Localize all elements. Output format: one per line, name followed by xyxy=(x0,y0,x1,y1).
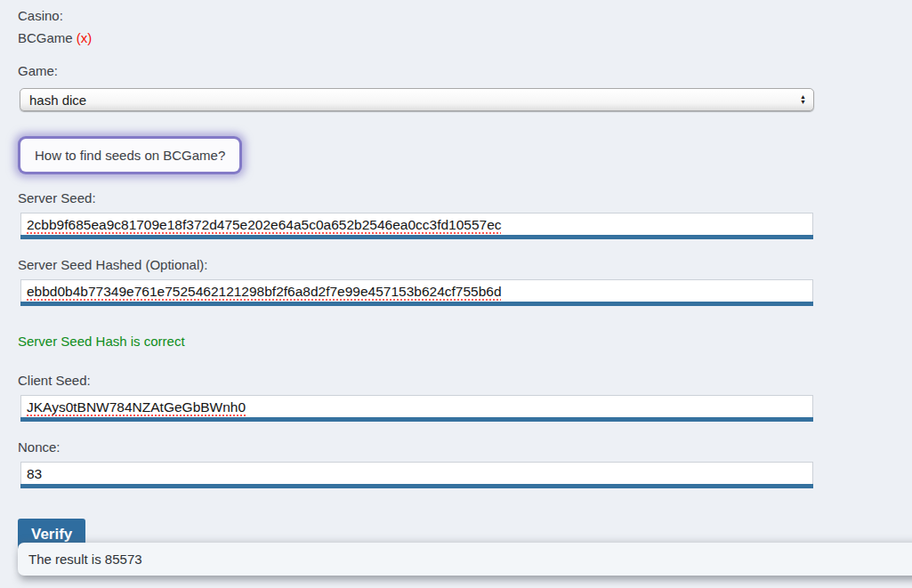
server-seed-hashed-input[interactable]: ebbd0b4b77349e761e7525462121298bf2f6a8d2… xyxy=(20,279,813,302)
hash-status-message: Server Seed Hash is correct xyxy=(18,334,912,349)
game-label: Game: xyxy=(18,62,912,80)
server-seed-hashed-label: Server Seed Hashed (Optional): xyxy=(18,256,912,274)
client-seed-label: Client Seed: xyxy=(18,372,912,390)
client-seed-input[interactable]: JKAys0tBNW784NZAtGeGbBWnh0 xyxy=(20,395,813,417)
casino-value-line: BCGame(x) xyxy=(18,29,912,47)
result-text: The result is 85573 xyxy=(28,552,142,567)
server-seed-hashed-input-underline xyxy=(20,302,813,306)
arrow-down-icon: ▼ xyxy=(800,100,806,105)
how-to-find-seeds-button[interactable]: How to find seeds on BCGame? xyxy=(20,139,239,172)
verifier-form: Casino: BCGame(x) Game: hash dice ▲ ▼ Ho… xyxy=(0,0,912,552)
server-seed-input-underline xyxy=(20,235,813,239)
game-select-value: hash dice xyxy=(29,93,86,108)
server-seed-value: 2cbb9f685ea9c81709e18f372d475e202e64a5c0… xyxy=(27,217,502,232)
nonce-value: 83 xyxy=(27,466,42,481)
nonce-input-underline xyxy=(20,484,813,488)
client-seed-value: JKAys0tBNW784NZAtGeGbBWnh0 xyxy=(27,399,246,415)
remove-casino-link[interactable]: (x) xyxy=(77,30,93,45)
casino-name: BCGame xyxy=(18,30,73,45)
nonce-label: Nonce: xyxy=(18,439,912,456)
server-seed-hashed-value: ebbd0b4b77349e761e7525462121298bf2f6a8d2… xyxy=(27,284,502,299)
casino-label: Casino: xyxy=(18,7,912,25)
result-bar: The result is 85573 xyxy=(18,543,912,576)
game-select[interactable]: hash dice ▲ ▼ xyxy=(20,88,814,111)
nonce-input[interactable]: 83 xyxy=(20,462,813,484)
client-seed-input-underline xyxy=(20,417,813,422)
select-arrows-icon: ▲ ▼ xyxy=(800,94,806,105)
server-seed-input[interactable]: 2cbb9f685ea9c81709e18f372d475e202e64a5c0… xyxy=(20,213,813,235)
server-seed-label: Server Seed: xyxy=(18,189,912,207)
